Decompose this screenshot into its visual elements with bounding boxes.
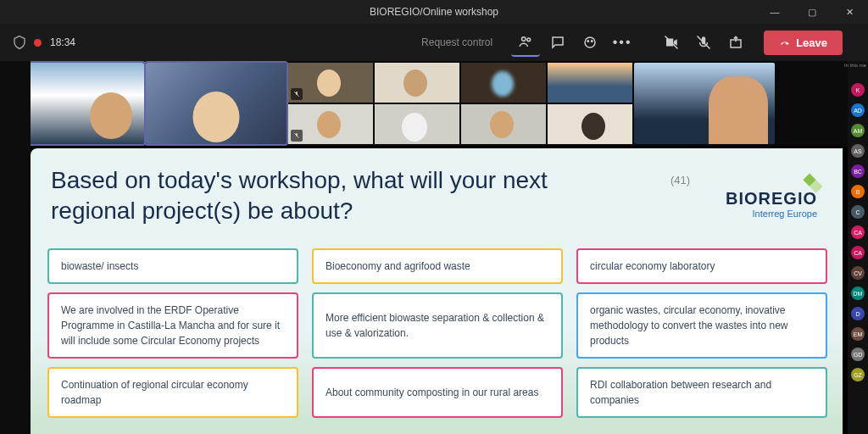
request-control-button[interactable]: Request control — [421, 36, 492, 48]
response-card[interactable]: RDI collaboration between research and c… — [576, 367, 827, 418]
participant-avatar[interactable]: B — [851, 185, 865, 198]
participant-avatar[interactable]: AM — [851, 124, 865, 137]
people-button[interactable] — [511, 28, 540, 57]
more-button[interactable]: ••• — [608, 28, 637, 57]
brand-block: BIOREGIO Interreg Europe — [726, 189, 817, 219]
response-card[interactable]: organic wastes, circular economy, inovat… — [576, 292, 827, 359]
participant-avatar[interactable]: D — [851, 307, 865, 320]
camera-off-icon — [664, 35, 679, 50]
svg-point-2 — [585, 37, 595, 47]
participant-avatar[interactable]: CA — [851, 246, 865, 259]
brand-sub: Interreg Europe — [726, 209, 817, 219]
maximize-button[interactable]: ▢ — [793, 0, 831, 24]
participant-avatar[interactable]: DM — [851, 287, 865, 300]
mic-off-icon — [696, 35, 711, 50]
participant-avatar[interactable]: CV — [851, 266, 865, 280]
camera-button[interactable] — [657, 28, 686, 57]
titlebar: BIOREGIO/Online workshop — ▢ ✕ — [0, 0, 868, 24]
video-tile[interactable] — [375, 63, 459, 103]
participant-avatar[interactable]: BC — [851, 164, 865, 178]
video-tile[interactable] — [288, 63, 373, 103]
video-tile[interactable] — [288, 104, 373, 144]
video-tile[interactable] — [461, 104, 546, 144]
chat-icon — [550, 35, 565, 50]
participant-avatar[interactable]: K — [851, 83, 865, 97]
participant-avatar[interactable]: GD — [851, 348, 865, 361]
response-card[interactable]: circular economy laboratory — [576, 248, 827, 284]
cards-grid: biowaste/ insectsBioeconomy and agrifood… — [47, 248, 827, 418]
ellipsis-icon: ••• — [613, 35, 632, 50]
share-button[interactable] — [721, 28, 750, 57]
participants-panel[interactable]: In this me KADAMASBCBCCACACVDMDEMGDGZ — [848, 61, 868, 434]
participant-avatar[interactable]: GZ — [851, 368, 865, 381]
window-title: BIOREGIO/Online workshop — [370, 6, 498, 18]
meeting-timer: 18:34 — [50, 36, 75, 48]
video-tile[interactable] — [548, 104, 632, 144]
participant-avatar[interactable]: CA — [851, 225, 865, 239]
mic-button[interactable] — [689, 28, 718, 57]
share-up-icon — [728, 35, 743, 50]
response-card[interactable]: Continuation of regional circular econom… — [47, 367, 298, 418]
left-edge — [0, 61, 31, 434]
participant-avatar[interactable]: EM — [851, 327, 865, 341]
video-grid — [0, 61, 868, 146]
hangup-icon — [779, 36, 791, 48]
response-card[interactable]: Bioeconomy and agrifood waste — [312, 248, 563, 284]
chat-button[interactable] — [543, 28, 572, 57]
response-count: (41) — [670, 174, 690, 186]
video-tile[interactable] — [461, 63, 546, 103]
video-tile[interactable] — [375, 104, 459, 144]
svg-point-3 — [587, 41, 589, 42]
participant-avatar[interactable]: AS — [851, 144, 865, 158]
svg-point-4 — [592, 41, 593, 42]
shared-slide: Based on today's workshop, what will you… — [31, 148, 843, 434]
leave-button[interactable]: Leave — [764, 31, 843, 55]
response-card[interactable]: We are involved in the ERDF Operative Pr… — [47, 292, 298, 359]
video-tile[interactable] — [146, 63, 287, 144]
reactions-button[interactable] — [576, 28, 604, 57]
svg-point-1 — [527, 38, 531, 42]
video-tile[interactable] — [548, 63, 632, 103]
minimize-button[interactable]: — — [756, 0, 793, 24]
svg-point-0 — [522, 37, 526, 42]
shield-icon — [12, 35, 27, 50]
participant-avatar[interactable]: C — [851, 205, 865, 219]
response-card[interactable]: More efficient biowaste separation & col… — [312, 292, 563, 359]
recording-indicator-icon — [34, 39, 42, 47]
close-button[interactable]: ✕ — [831, 0, 868, 24]
participant-avatar[interactable]: AD — [851, 103, 865, 117]
people-icon — [518, 34, 533, 49]
response-card[interactable]: biowaste/ insects — [47, 248, 298, 284]
hand-icon — [582, 35, 598, 50]
panel-label: In this me — [844, 63, 866, 68]
slide-heading: Based on today's workshop, what will you… — [51, 165, 627, 227]
response-card[interactable]: About community composting in our rural … — [312, 367, 563, 418]
video-tile[interactable] — [634, 63, 775, 144]
meeting-toolbar: 18:34 Request control ••• Leave — [0, 24, 868, 61]
